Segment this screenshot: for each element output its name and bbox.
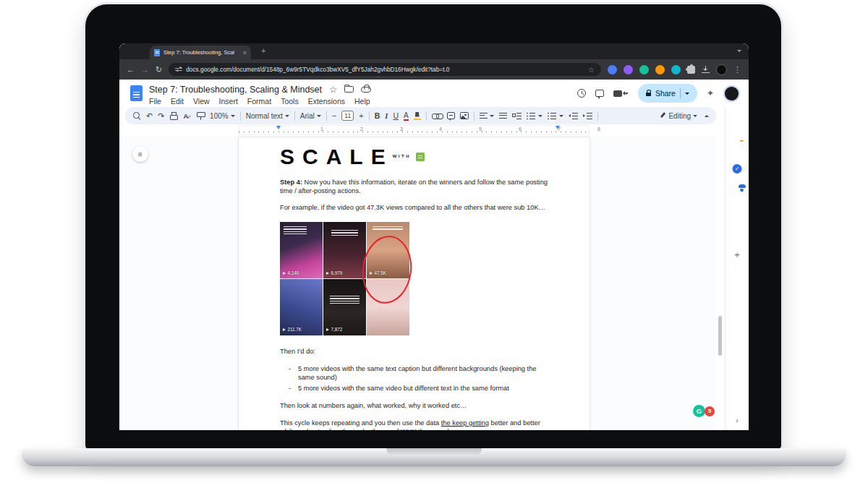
menu-view[interactable]: View (193, 97, 210, 106)
redo-button[interactable]: ↷ (158, 112, 164, 120)
grammar-assistant-widget[interactable]: G 5 (693, 405, 715, 417)
menu-edit[interactable]: Edit (171, 97, 184, 106)
browser-extension-icon[interactable] (608, 65, 617, 74)
browser-extension-icon[interactable] (639, 65, 649, 74)
collapse-toolbar-button[interactable] (705, 115, 709, 117)
doc-page[interactable]: SCALE WITH Step 4: Now you have this inf… (239, 137, 590, 430)
italic-button[interactable]: I (385, 112, 388, 120)
bold-button[interactable]: B (375, 111, 380, 120)
ruler-number: 1 (320, 127, 323, 132)
bullet-marker: - (289, 384, 291, 393)
insert-image-button[interactable] (460, 112, 469, 119)
menu-tools[interactable]: Tools (281, 97, 299, 106)
numbered-list-button[interactable] (548, 113, 563, 119)
bullet-list: -5 more videos with the same text captio… (280, 364, 550, 393)
share-split-divider (680, 88, 681, 98)
paragraph-then-id-do: Then I'd do: (280, 347, 550, 356)
paragraph-cycle: This cycle keeps repeating and you then … (280, 419, 550, 430)
address-bar[interactable]: docs.google.com/document/d/1548p_6w9r5TV… (169, 63, 601, 76)
browser-extension-icon[interactable] (655, 65, 665, 74)
ruler-ticks (239, 131, 590, 133)
checklist-button[interactable] (512, 113, 522, 119)
new-tab-button[interactable]: + (261, 46, 265, 55)
gemini-sparkle-button[interactable]: ✦ (707, 88, 714, 98)
document-canvas: ≡ SCALE WITH Step 4: Now you have this i… (119, 136, 716, 430)
share-dropdown-icon[interactable] (685, 93, 689, 95)
browser-menu-icon[interactable]: ⋮ (733, 65, 741, 74)
doc-title[interactable]: Step 7: Troubleshooting, Scaling & Minds… (149, 85, 322, 95)
spellcheck-button[interactable]: A✓ (183, 112, 192, 120)
zoom-select[interactable]: 100% (210, 112, 235, 120)
ruler-number: 5 (479, 127, 482, 132)
increase-indent-button[interactable] (583, 113, 592, 119)
step4-label: Step 4: (280, 179, 302, 186)
vertical-scrollbar[interactable] (718, 316, 722, 356)
menu-help[interactable]: Help (354, 97, 370, 106)
margin-marker-left[interactable] (276, 126, 281, 129)
tab-title: Step 7: Troubleshooting, Scal (163, 49, 239, 56)
move-folder-button[interactable] (344, 86, 354, 93)
reload-button[interactable]: ↻ (156, 66, 162, 74)
side-panel-add-button[interactable]: + (734, 249, 740, 260)
menu-bar: File Edit View Insert Format Tools Exten… (149, 97, 370, 106)
text-color-button[interactable]: A (404, 111, 409, 121)
browser-extension-icon[interactable] (624, 65, 633, 74)
docs-app-icon[interactable] (130, 85, 142, 101)
share-button[interactable]: Share (638, 84, 697, 103)
browser-extension-icon[interactable] (671, 65, 681, 74)
menu-format[interactable]: Format (247, 97, 271, 106)
forward-button[interactable]: → (141, 66, 149, 74)
font-size-input[interactable]: 11 (341, 111, 354, 121)
comments-button[interactable] (595, 90, 604, 97)
ruler[interactable]: 1 2 3 4 5 6 7 8 (119, 124, 716, 136)
paint-format-button[interactable] (197, 111, 205, 120)
play-icon (326, 328, 329, 331)
menu-extensions[interactable]: Extensions (308, 97, 345, 106)
tab-search-icon[interactable] (737, 50, 741, 52)
meet-video-button[interactable] (613, 90, 629, 97)
align-button[interactable] (480, 113, 494, 119)
highlight-color-button[interactable] (414, 111, 421, 120)
search-menus-icon[interactable] (132, 111, 141, 120)
insert-link-button[interactable] (432, 113, 442, 119)
add-comment-button[interactable] (447, 112, 455, 119)
docs-profile-avatar[interactable] (723, 85, 740, 102)
toolbar-divider (369, 111, 370, 121)
video-grid-image[interactable]: 4,140 6,979 47.5K 211.7K 7,872 (280, 222, 409, 335)
tab-close-icon[interactable]: × (243, 49, 247, 56)
star-doc-button[interactable]: ☆ (329, 84, 337, 95)
browser-profile-avatar[interactable] (716, 64, 727, 75)
grammarly-icon[interactable]: G (693, 405, 705, 417)
tasks-icon[interactable]: ✓ (733, 164, 742, 174)
undo-button[interactable]: ↶ (146, 112, 153, 120)
ruler-number: 4 (439, 127, 442, 132)
view-count-badge: 211.7K (283, 327, 302, 333)
toolbar-divider (294, 111, 295, 121)
paragraph-look-at-numbers: Then look at numbers again, what worked,… (280, 401, 550, 410)
back-button[interactable]: ← (127, 66, 135, 74)
version-history-button[interactable] (577, 89, 586, 98)
downloads-icon[interactable] (702, 66, 710, 73)
font-size-decrease-button[interactable]: − (332, 112, 336, 120)
toolbar-divider (326, 111, 327, 121)
underline-button[interactable]: U (393, 111, 399, 120)
styles-select[interactable]: Normal text (246, 112, 289, 120)
grammar-count-badge: 5 (705, 406, 715, 416)
play-icon (283, 272, 286, 275)
line-spacing-button[interactable] (499, 113, 507, 119)
menu-insert[interactable]: Insert (219, 97, 238, 106)
bookmark-star-icon[interactable]: ☆ (588, 66, 595, 74)
browser-tab[interactable]: Step 7: Troubleshooting, Scal × (150, 46, 251, 59)
font-select[interactable]: Arial (300, 112, 321, 120)
site-settings-icon[interactable] (175, 67, 182, 72)
font-size-increase-button[interactable]: + (359, 112, 363, 120)
print-button[interactable] (169, 112, 178, 120)
editing-mode-select[interactable]: Editing (659, 112, 697, 120)
bullet-list-button[interactable] (527, 113, 542, 119)
side-panel-collapse-button[interactable]: › (736, 416, 738, 424)
margin-marker-right[interactable] (556, 126, 560, 129)
menu-file[interactable]: File (149, 97, 161, 106)
show-outline-button[interactable]: ≡ (132, 146, 148, 162)
decrease-indent-button[interactable] (569, 113, 578, 119)
extensions-menu-icon[interactable] (687, 66, 695, 74)
